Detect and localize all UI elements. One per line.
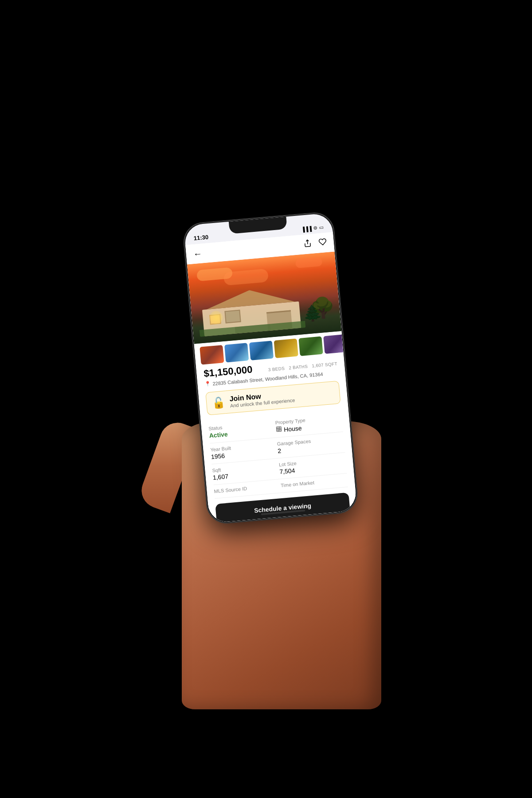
thumb-4[interactable] <box>274 339 298 358</box>
scene: 11:30 ▐▐▐ ⊜ ▭ ← <box>0 0 532 798</box>
signal-icon: ▐▐▐ <box>301 226 312 232</box>
back-button[interactable]: ← <box>193 248 203 259</box>
thumb-1[interactable] <box>200 345 224 364</box>
thumb-5[interactable] <box>298 336 323 356</box>
heart-icon[interactable] <box>318 237 327 248</box>
lock-icon: 🔓 <box>211 396 226 410</box>
status-time: 11:30 <box>193 234 208 242</box>
svg-line-0 <box>307 240 308 244</box>
property-details: $1,150,000 3 BEDS 2 BATHS 1,607 SQFT <box>196 356 357 523</box>
property-hero-image: 🌳 🌲 <box>187 251 341 344</box>
thumb-3[interactable] <box>249 340 274 360</box>
join-banner[interactable]: 🔓 Join Now And unlock the full experienc… <box>205 381 340 415</box>
phone-device: 11:30 ▐▐▐ ⊜ ▭ ← <box>182 211 359 524</box>
property-type-value: House <box>283 424 302 433</box>
building-icon <box>276 426 282 434</box>
join-text: Join Now And unlock the full experience <box>229 390 295 409</box>
thumb-2[interactable] <box>224 343 249 362</box>
status-icons: ▐▐▐ ⊜ ▭ <box>301 224 324 232</box>
thumb-6[interactable] <box>323 334 344 354</box>
beds-spec: 3 BEDS <box>268 366 285 372</box>
nav-actions <box>303 237 327 249</box>
battery-icon: ▭ <box>319 224 324 231</box>
screen-content: ← <box>185 232 357 524</box>
wifi-icon: ⊜ <box>313 225 317 231</box>
svg-rect-1 <box>276 426 281 431</box>
share-icon[interactable] <box>303 239 312 249</box>
pin-icon: 📍 <box>204 381 211 387</box>
mls-label: MLS Source ID <box>214 483 281 494</box>
time-on-market-label: Time on Market <box>281 477 348 488</box>
info-grid: Status Active Property Type <box>208 411 348 499</box>
baths-spec: 2 BATHS <box>289 364 308 371</box>
hand-holding: 11:30 ▐▐▐ ⊜ ▭ ← <box>160 310 426 709</box>
sqft-spec: 1,607 SQFT <box>312 361 337 368</box>
